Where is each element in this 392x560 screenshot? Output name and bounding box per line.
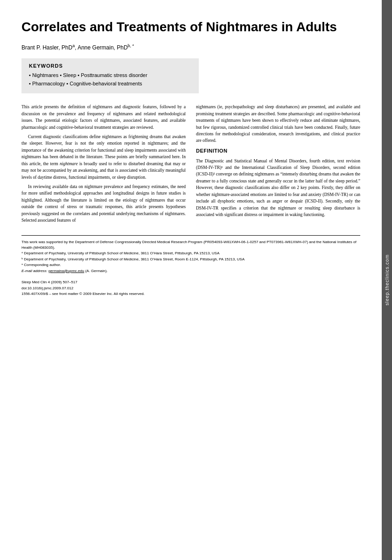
author-hasler: Brant P. Hasler, PhD (21, 44, 72, 51)
keywords-heading: KEYWORDS (29, 63, 191, 69)
footer-affil-b: ᵇ Department of Psychiatry, University o… (21, 257, 360, 262)
main-content: Correlates and Treatments of Nightmares … (0, 0, 382, 560)
left-column: This article presents the definition of … (21, 104, 186, 226)
right-para1: nightmares (ie, psychopathology and slee… (196, 104, 360, 144)
keywords-line2: • Pharmacology • Cognitive-behavioral tr… (29, 80, 191, 88)
footer-journal-line1: Sleep Med Clin 4 (2009) 507–517 (21, 280, 360, 285)
footer-corresponding: * Corresponding author. (21, 262, 360, 268)
footer-email-suffix: (A. Germain). (85, 269, 108, 273)
side-tab-label: sleep.theclinics.com (385, 254, 390, 305)
page: Correlates and Treatments of Nightmares … (0, 0, 392, 560)
keywords-items: • Nightmares • Sleep • Posttraumatic str… (29, 71, 191, 88)
footer-affil-a: ᵃ Department of Psychiatry, University o… (21, 251, 360, 256)
authors-line: Brant P. Hasler, PhDa, Anne Germain, PhD… (21, 43, 360, 51)
definition-body: The Diagnostic and Statistical Manual of… (196, 158, 360, 218)
side-tab: sleep.theclinics.com (382, 0, 392, 560)
footer-rule (21, 235, 360, 236)
footer-journal-line3: 1556-407X/09/$ – see front matter © 2009… (21, 291, 360, 297)
author-germain-sup: b, * (128, 43, 134, 48)
footer-email-line: E-mail address: germaina@upmc.edu (A. Ge… (21, 268, 360, 274)
definition-heading: DEFINITION (196, 147, 360, 155)
keywords-line1: • Nightmares • Sleep • Posttraumatic str… (29, 71, 191, 80)
footer-email-label: E-mail address: (21, 269, 48, 273)
footer-funding: This work was supported by the Departmen… (21, 239, 360, 251)
footer: This work was supported by the Departmen… (21, 239, 360, 297)
article-title: Correlates and Treatments of Nightmares … (21, 19, 360, 35)
body-columns: This article presents the definition of … (21, 104, 360, 226)
left-para3: In reviewing available data on nightmare… (21, 183, 186, 224)
right-column: nightmares (ie, psychopathology and slee… (196, 104, 360, 226)
footer-email-link[interactable]: germaina@upmc.edu (49, 269, 84, 273)
keywords-box: KEYWORDS • Nightmares • Sleep • Posttrau… (21, 58, 199, 93)
left-para2: Current diagnostic classifications defin… (21, 133, 186, 181)
author-germain: , Anne Germain, PhD (75, 44, 127, 51)
footer-journal-line2: doi:10.1016/j.jsmc.2009.07.012 (21, 286, 360, 291)
left-para1: This article presents the definition of … (21, 104, 186, 131)
